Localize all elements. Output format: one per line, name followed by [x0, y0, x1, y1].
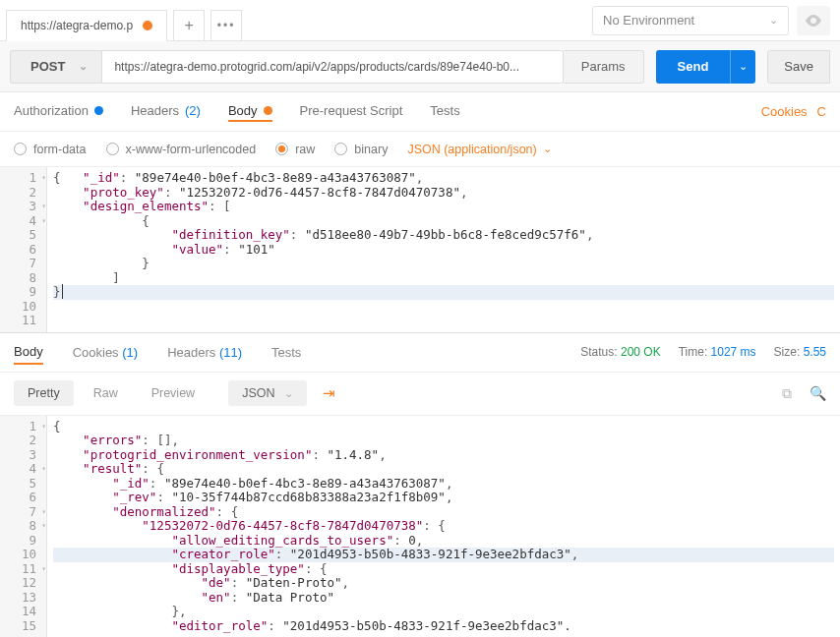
meta-label: Status: [580, 345, 617, 359]
tab-body[interactable]: Body [228, 101, 272, 122]
view-raw[interactable]: Raw [80, 380, 132, 406]
chevron-down-icon: ⌄ [739, 60, 748, 73]
line-gutter: 1234567891011 [0, 167, 47, 332]
tab-prerequest[interactable]: Pre-request Script [300, 103, 403, 120]
time-block: Time: 1027 ms [679, 345, 756, 359]
format-label: JSON [242, 386, 274, 400]
tab-label: Body [228, 103, 258, 118]
chevron-down-icon: ⌄ [543, 143, 552, 155]
response-tools: ⧉ 🔍 [782, 385, 826, 402]
request-tab[interactable]: https://ategra-demo.p [6, 10, 167, 41]
radio-label: binary [354, 143, 388, 156]
headers-count: (2) [185, 103, 201, 118]
dot-icon [94, 106, 103, 115]
unsaved-dot-icon [143, 21, 152, 30]
environment-area: No Environment ⌄ [592, 6, 840, 35]
response-body-viewer[interactable]: 123456789101112131415 { "errors": [], "p… [0, 416, 840, 638]
request-tab-title: https://ategra-demo.p [21, 19, 133, 32]
environment-preview-button[interactable] [797, 6, 830, 35]
radio-icon [334, 143, 347, 155]
code-area: { "errors": [], "protogrid_environment_v… [47, 416, 840, 638]
view-preview[interactable]: Preview [138, 380, 209, 406]
body-options: form-data x-www-form-urlencoded raw bina… [0, 132, 840, 167]
radio-icon [106, 143, 119, 155]
code-link[interactable]: C [817, 104, 826, 119]
chevron-down-icon: ⌄ [79, 60, 88, 73]
tab-label: Authorization [14, 103, 89, 118]
send-dropdown[interactable]: ⌄ [730, 50, 755, 84]
url-input[interactable]: https://ategra-demo.protogrid.com/api/v2… [101, 50, 563, 84]
wrap-lines-button[interactable]: ⇥ [323, 384, 335, 402]
radio-label: form-data [33, 143, 87, 156]
format-select[interactable]: JSON ⌄ [228, 380, 307, 406]
dots-icon: ••• [217, 19, 236, 32]
content-type-label: JSON (application/json) [407, 143, 536, 156]
radio-icon [275, 143, 288, 155]
radio-formdata[interactable]: form-data [14, 143, 87, 156]
cookies-count: (1) [122, 345, 138, 360]
chevron-down-icon: ⌄ [769, 14, 778, 27]
top-bar: https://ategra-demo.p + ••• No Environme… [0, 0, 840, 41]
radio-raw[interactable]: raw [275, 143, 315, 156]
headers-count: (11) [219, 345, 242, 360]
method-label: POST [30, 59, 65, 74]
request-row: POST ⌄ https://ategra-demo.protogrid.com… [0, 41, 840, 92]
view-pretty[interactable]: Pretty [14, 380, 74, 406]
res-tab-tests[interactable]: Tests [271, 345, 301, 360]
tab-authorization[interactable]: Authorization [14, 103, 103, 120]
tab-headers[interactable]: Headers (2) [131, 103, 201, 120]
dot-icon [264, 106, 272, 115]
environment-label: No Environment [603, 13, 694, 28]
radio-label: raw [295, 143, 315, 156]
request-subtabs: Authorization Headers (2) Body Pre-reque… [0, 92, 840, 132]
content-type-select[interactable]: JSON (application/json) ⌄ [407, 143, 551, 156]
status-value: 200 OK [621, 345, 661, 359]
copy-button[interactable]: ⧉ [782, 385, 792, 402]
tab-label: Headers [131, 103, 179, 118]
radio-label: x-www-form-urlencoded [126, 143, 257, 156]
response-meta: Status: 200 OK Time: 1027 ms Size: 5.55 [580, 345, 826, 359]
eye-icon [805, 15, 822, 27]
request-body-editor[interactable]: 1234567891011 { "_id": "89e74e40-b0ef-4b… [0, 167, 840, 333]
send-button[interactable]: Send [656, 50, 731, 84]
params-button[interactable]: Params [564, 50, 644, 84]
code-area[interactable]: { "_id": "89e74e40-b0ef-4bc3-8e89-a43a43… [47, 167, 840, 332]
plus-icon: + [184, 17, 193, 34]
response-tabs: Body Cookies (1) Headers (11) Tests Stat… [0, 333, 840, 373]
tab-label: Cookies [73, 345, 119, 360]
save-button[interactable]: Save [767, 50, 830, 84]
new-tab-button[interactable]: + [173, 10, 205, 41]
radio-binary[interactable]: binary [334, 143, 388, 156]
request-tabs-area: https://ategra-demo.p + ••• [0, 0, 592, 41]
environment-select[interactable]: No Environment ⌄ [592, 6, 789, 35]
size-value: 5.55 [804, 345, 826, 359]
time-value: 1027 ms [711, 345, 756, 359]
tab-options-button[interactable]: ••• [210, 10, 242, 41]
status-block: Status: 200 OK [580, 345, 660, 359]
radio-icon [14, 143, 27, 155]
tab-tests[interactable]: Tests [430, 103, 459, 120]
url-text: https://ategra-demo.protogrid.com/api/v2… [114, 60, 519, 74]
cookies-link[interactable]: Cookies [761, 104, 808, 119]
meta-label: Time: [679, 345, 708, 359]
size-block: Size: 5.55 [774, 345, 826, 359]
line-gutter: 123456789101112131415 [0, 416, 47, 638]
response-view-row: Pretty Raw Preview JSON ⌄ ⇥ ⧉ 🔍 [0, 373, 840, 416]
res-tab-cookies[interactable]: Cookies (1) [73, 345, 138, 360]
res-tab-headers[interactable]: Headers (11) [167, 345, 242, 360]
method-select[interactable]: POST ⌄ [10, 50, 101, 84]
chevron-down-icon: ⌄ [284, 387, 293, 400]
meta-label: Size: [774, 345, 801, 359]
res-tab-body[interactable]: Body [14, 340, 43, 365]
tab-label: Headers [167, 345, 215, 360]
radio-urlencoded[interactable]: x-www-form-urlencoded [106, 143, 257, 156]
search-button[interactable]: 🔍 [810, 385, 826, 402]
